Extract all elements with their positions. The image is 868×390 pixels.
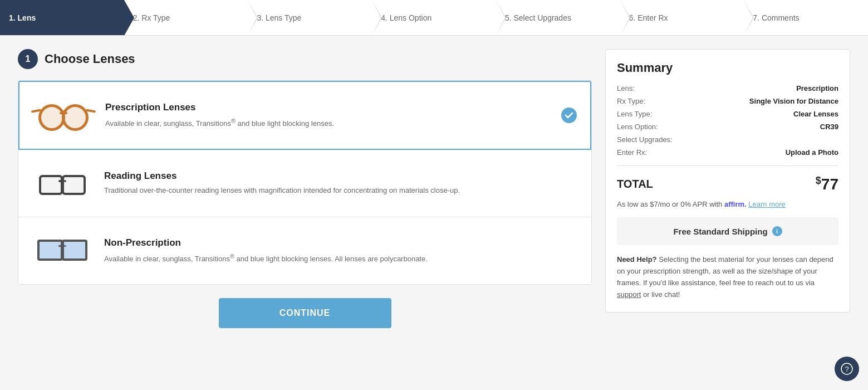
section-header: 1 Choose Lenses [18,49,592,69]
right-summary: Summary Lens: Prescription Rx Type: Sing… [605,49,850,377]
step-3[interactable]: 3. Lens Type [248,0,372,35]
continue-button[interactable]: CONTINUE [219,298,391,328]
help-bold: Need Help? [617,255,657,264]
step-1-label: 1. Lens [9,13,36,22]
summary-enterrx-label: Enter Rx: [617,148,647,157]
step-7-label: 7. Comments [753,13,799,22]
summary-lens-label: Lens: [617,84,635,92]
step-1[interactable]: 1. Lens [0,0,124,35]
svg-text:?: ? [845,365,849,373]
step-circle: 1 [18,49,38,69]
non-prescription-title: Non-Prescription [104,237,578,248]
summary-lens-value: Prescription [796,84,838,92]
shipping-box: Free Standard Shipping i [617,217,838,245]
step-5-label: 5. Select Upgrades [505,13,571,22]
summary-row-enterrx: Enter Rx: Upload a Photo [617,148,838,157]
left-content: 1 Choose Lenses Prescription Lenses Avai… [18,49,592,377]
affirm-brand: affirm. [724,200,747,208]
summary-rxtype-label: Rx Type: [617,97,645,105]
prescription-title: Prescription Lenses [105,102,552,113]
reading-text: Reading Lenses Traditional over-the-coun… [104,170,578,196]
summary-row-lenstype: Lens Type: Clear Lenses [617,110,838,118]
summary-lensoption-value: CR39 [820,123,838,131]
lens-option-prescription[interactable]: Prescription Lenses Available in clear, … [18,81,591,150]
step-2-label: 2. Rx Type [133,13,170,22]
prescription-check-icon [561,108,577,123]
step-7[interactable]: 7. Comments [744,0,868,35]
reading-title: Reading Lenses [104,170,578,182]
reading-glasses-image [32,161,93,206]
summary-row-lens: Lens: Prescription [617,84,838,92]
step-6[interactable]: 6. Enter Rx [620,0,744,35]
lens-option-non-prescription[interactable]: Non-Prescription Available in clear, sun… [18,217,591,284]
section-title: Choose Lenses [45,52,135,66]
summary-divider [617,165,838,166]
non-prescription-glasses-image [32,228,93,273]
step-4[interactable]: 4. Lens Option [372,0,496,35]
total-row: TOTAL $77 [617,175,838,193]
shipping-info-icon[interactable]: i [772,226,782,236]
affirm-text: As low as $7/mo or 0% APR with affirm. L… [617,200,838,208]
summary-rxtype-value: Single Vision for Distance [749,97,838,105]
learn-more-link[interactable]: Learn more [748,200,785,208]
summary-row-lensoption: Lens Option: CR39 [617,123,838,131]
summary-title: Summary [617,61,838,75]
non-prescription-text: Non-Prescription Available in clear, sun… [104,237,578,265]
summary-lenstype-label: Lens Type: [617,110,652,118]
summary-lenstype-value: Clear Lenses [793,110,838,118]
step-3-label: 3. Lens Type [257,13,301,22]
summary-enterrx-value: Upload a Photo [786,148,838,157]
summary-row-rxtype: Rx Type: Single Vision for Distance [617,97,838,105]
step-2[interactable]: 2. Rx Type [124,0,248,35]
help-text: Need Help? Selecting the best material f… [617,254,838,300]
step-6-label: 6. Enter Rx [629,13,668,22]
step-4-label: 4. Lens Option [381,13,431,22]
summary-box: Summary Lens: Prescription Rx Type: Sing… [605,49,850,313]
reading-desc: Traditional over-the-counter reading len… [104,185,578,196]
summary-row-upgrades: Select Upgrades: [617,135,838,144]
summary-upgrades-label: Select Upgrades: [617,135,673,144]
prescription-text: Prescription Lenses Available in clear, … [105,102,552,129]
summary-lensoption-label: Lens Option: [617,123,658,131]
total-value: $77 [816,175,838,193]
lens-option-reading[interactable]: Reading Lenses Traditional over-the-coun… [18,150,591,217]
total-label: TOTAL [617,178,653,191]
lens-options-list: Prescription Lenses Available in clear, … [18,80,592,285]
prescription-desc: Available in clear, sunglass, Transition… [105,116,552,129]
support-link[interactable]: support [617,290,641,299]
shipping-label: Free Standard Shipping [673,227,767,236]
non-prescription-desc: Available in clear, sunglass, Transition… [104,252,578,265]
total-currency: $ [816,175,821,186]
prescription-glasses-image [33,93,94,138]
chat-bubble[interactable]: ? [835,357,859,381]
progress-bar: 1. Lens 2. Rx Type 3. Lens Type 4. Lens … [0,0,868,36]
step-5[interactable]: 5. Select Upgrades [496,0,620,35]
